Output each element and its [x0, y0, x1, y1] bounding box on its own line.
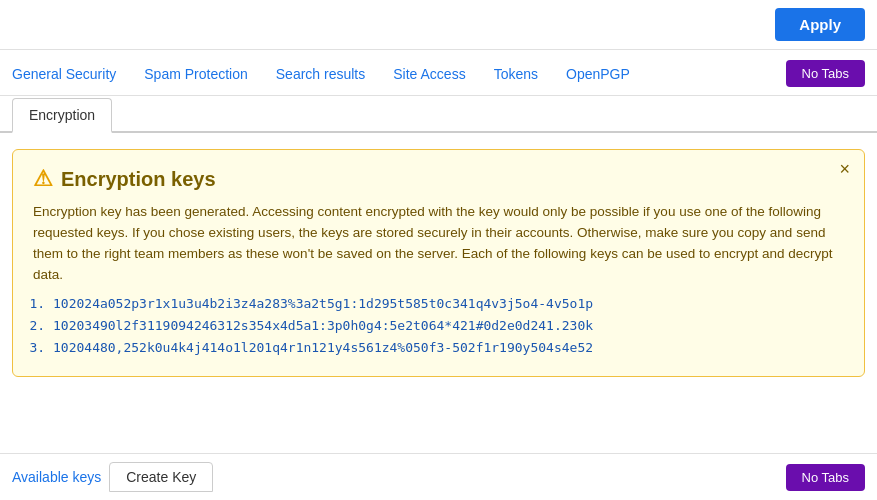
main-content: × ⚠ Encryption keys Encryption key has b…	[0, 133, 877, 393]
key-item-3: 10204480,252k0u4k4j414o1l201q4r1n121y4s5…	[53, 338, 844, 358]
available-keys-link[interactable]: Available keys	[12, 469, 101, 485]
bottom-row: Available keys Create Key No Tabs	[0, 453, 877, 500]
nav-search-results[interactable]: Search results	[276, 66, 365, 90]
alert-body: Encryption key has been generated. Acces…	[33, 202, 844, 358]
create-key-tab[interactable]: Create Key	[109, 462, 213, 492]
key-item-1: 102024a052p3r1x1u3u4b2i3z4a283%3a2t5g1:1…	[53, 294, 844, 314]
no-tabs-button-bottom[interactable]: No Tabs	[786, 464, 865, 491]
sub-tab-row: Encryption	[0, 98, 877, 133]
no-tabs-button-nav[interactable]: No Tabs	[786, 60, 865, 87]
alert-title: ⚠ Encryption keys	[33, 166, 844, 192]
nav-openpgp[interactable]: OpenPGP	[566, 66, 630, 90]
nav-general-security[interactable]: General Security	[12, 66, 116, 90]
warning-icon: ⚠	[33, 166, 53, 192]
apply-button[interactable]: Apply	[775, 8, 865, 41]
alert-title-text: Encryption keys	[61, 168, 216, 191]
nav-tokens[interactable]: Tokens	[494, 66, 538, 90]
close-alert-button[interactable]: ×	[839, 160, 850, 178]
keys-list: 102024a052p3r1x1u3u4b2i3z4a283%3a2t5g1:1…	[33, 294, 844, 358]
nav-row: General Security Spam Protection Search …	[0, 50, 877, 96]
nav-site-access[interactable]: Site Access	[393, 66, 465, 90]
tab-encryption[interactable]: Encryption	[12, 98, 112, 133]
nav-spam-protection[interactable]: Spam Protection	[144, 66, 248, 90]
alert-body-text: Encryption key has been generated. Acces…	[33, 204, 833, 282]
key-item-2: 10203490l2f3119094246312s354x4d5a1:3p0h0…	[53, 316, 844, 336]
alert-box: × ⚠ Encryption keys Encryption key has b…	[12, 149, 865, 377]
top-bar: Apply	[0, 0, 877, 50]
